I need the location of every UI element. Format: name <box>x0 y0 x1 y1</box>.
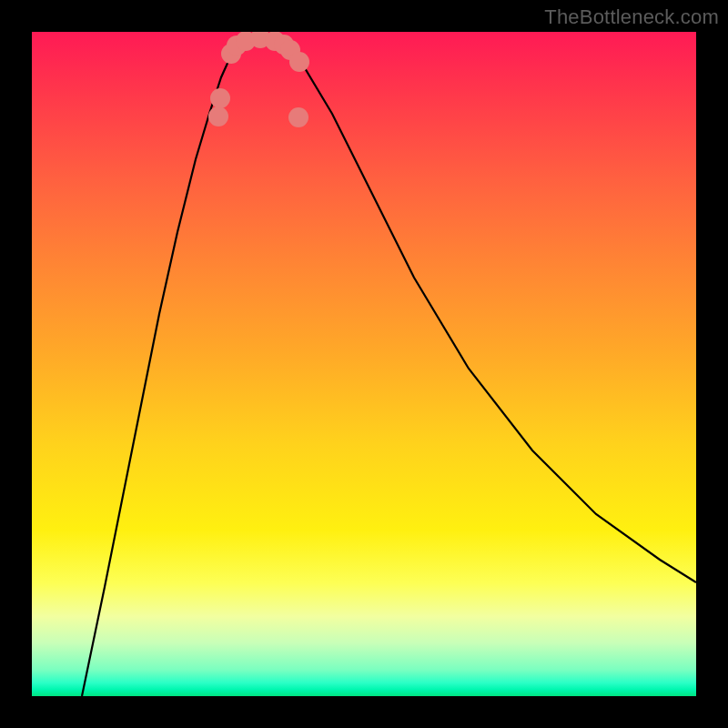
curve-markers <box>208 32 309 127</box>
plot-area <box>32 32 696 696</box>
marker-dot <box>210 88 230 108</box>
bottleneck-curve <box>82 37 696 696</box>
watermark-text: TheBottleneck.com <box>544 5 719 29</box>
curve-svg <box>32 32 696 696</box>
marker-dot <box>208 106 228 126</box>
chart-frame: TheBottleneck.com <box>0 0 728 728</box>
marker-dot <box>289 52 309 72</box>
marker-dot <box>288 107 308 127</box>
